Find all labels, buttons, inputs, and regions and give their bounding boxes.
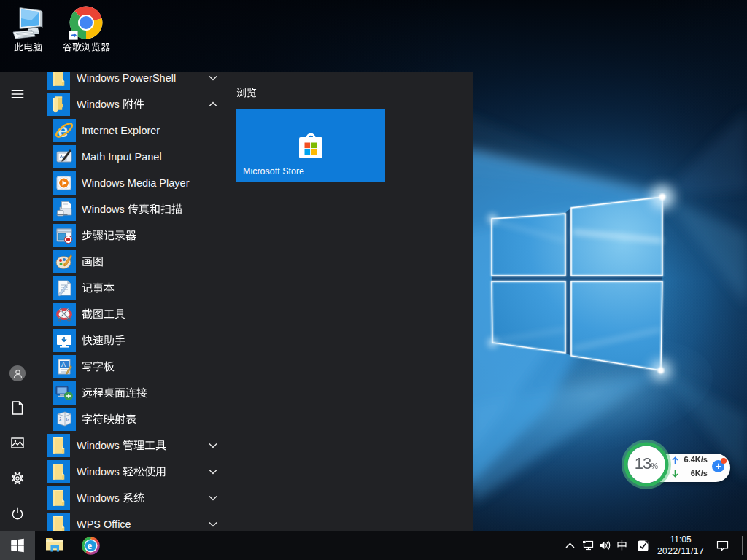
svg-text:e: e [87,540,91,551]
svg-text:λ: λ [58,416,62,423]
svg-text:A: A [61,361,66,368]
svg-text:b: b [66,416,69,422]
